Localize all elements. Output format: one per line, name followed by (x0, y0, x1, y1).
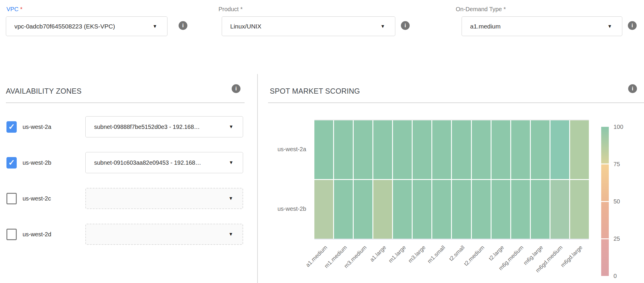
check-icon: ✓ (8, 159, 15, 167)
colorbar-tick: 100 (614, 124, 623, 130)
az-row: us-west-2c▼ (0, 188, 257, 209)
heatmap-cell[interactable] (531, 120, 550, 179)
colorbar-segment (601, 239, 609, 276)
colorbar-tick: 75 (614, 161, 620, 168)
zone-label: us-west-2c (23, 188, 51, 209)
heatmap-cell[interactable] (314, 120, 333, 179)
chevron-down-icon: ▼ (607, 24, 612, 29)
availability-zones-title: AVAILABILITY ZONES (6, 87, 82, 95)
heatmap-row-label: us-west-2b (259, 205, 306, 212)
colorbar-segment (601, 164, 609, 201)
chevron-down-icon: ▼ (152, 24, 157, 29)
heatmap-x-label: m3.large (407, 244, 427, 264)
on-demand-type-label: On-Demand Type * (456, 6, 506, 13)
heatmap-cell[interactable] (373, 180, 392, 239)
product-select[interactable]: Linux/UNIX ▼ (222, 16, 395, 36)
on-demand-type-select[interactable]: a1.medium ▼ (462, 16, 622, 36)
heatmap-cell[interactable] (334, 180, 353, 239)
heatmap-cell[interactable] (393, 180, 412, 239)
colorbar-segment (601, 127, 609, 164)
az-row: ✓us-west-2asubnet-09888f7be5152d0e3 - 19… (0, 116, 257, 137)
vpc-label: VPC * (6, 6, 22, 13)
availability-zones-divider (6, 102, 245, 103)
vpc-info-icon[interactable]: i (179, 21, 187, 30)
vpc-label-text: VPC (6, 6, 18, 12)
heatmap-cell[interactable] (432, 180, 451, 239)
zone-checkbox-us-west-2a[interactable]: ✓ (6, 121, 17, 133)
on-demand-type-label-text: On-Demand Type (456, 6, 502, 12)
heatmap-cell[interactable] (432, 120, 451, 179)
heatmap-cell[interactable] (413, 180, 431, 239)
heatmap-cell[interactable] (472, 180, 491, 239)
heatmap-cell[interactable] (472, 120, 491, 179)
product-select-value: Linux/UNIX (230, 23, 261, 30)
spot-market-scoring-info-icon[interactable]: i (628, 84, 637, 93)
heatmap-cell[interactable] (373, 120, 392, 179)
colorbar-tick: 50 (614, 198, 620, 205)
heatmap-cell[interactable] (354, 180, 372, 239)
heatmap-cell[interactable] (492, 180, 510, 239)
chevron-down-icon: ▼ (380, 24, 385, 29)
colorbar-segment (601, 202, 609, 239)
zone-checkbox-us-west-2d[interactable] (6, 229, 17, 240)
heatmap-x-label: m1.small (426, 244, 446, 265)
heatmap-cell[interactable] (452, 180, 471, 239)
heatmap-cell[interactable] (452, 120, 471, 179)
heatmap-cell[interactable] (492, 120, 510, 179)
zone-label: us-west-2d (23, 224, 51, 245)
heatmap-x-label: m1.large (387, 244, 407, 264)
subnet-select-value: subnet-091c603aa82e09453 - 192.168… (94, 159, 201, 166)
product-label-text: Product (218, 6, 239, 12)
zone-label: us-west-2b (23, 152, 51, 173)
subnet-select-us-west-2d[interactable]: ▼ (85, 224, 243, 245)
heatmap-colorbar (601, 127, 609, 276)
subnet-select-us-west-2c[interactable]: ▼ (85, 188, 243, 209)
subnet-select-value: subnet-09888f7be5152d0e3 - 192.168… (94, 124, 200, 130)
heatmap-x-label: t2.small (448, 244, 466, 262)
heatmap-cell[interactable] (314, 180, 333, 239)
heatmap-cell[interactable] (531, 180, 550, 239)
heatmap (314, 119, 589, 240)
on-demand-type-required-asterisk: * (504, 6, 506, 12)
subnet-select-us-west-2a[interactable]: subnet-09888f7be5152d0e3 - 192.168…▼ (85, 116, 243, 137)
heatmap-cell[interactable] (511, 120, 530, 179)
on-demand-type-info-icon[interactable]: i (628, 21, 637, 30)
zone-checkbox-us-west-2c[interactable] (6, 193, 17, 204)
chevron-down-icon: ▼ (228, 232, 233, 237)
heatmap-row-label: us-west-2a (259, 146, 306, 153)
zone-checkbox-us-west-2b[interactable]: ✓ (6, 157, 17, 169)
panel-separator (257, 74, 258, 283)
heatmap-x-label: a1.large (369, 244, 387, 263)
heatmap-cell[interactable] (334, 120, 353, 179)
colorbar-tick: 0 (614, 273, 617, 279)
on-demand-type-select-value: a1.medium (470, 23, 501, 30)
spot-market-scoring-divider (268, 102, 644, 103)
product-required-asterisk: * (240, 6, 243, 12)
chevron-down-icon: ▼ (229, 160, 233, 165)
vpc-required-asterisk: * (20, 6, 23, 12)
heatmap-cell[interactable] (550, 180, 569, 239)
spot-market-scoring-title: SPOT MARKET SCORING (270, 87, 360, 95)
zone-label: us-west-2a (23, 116, 51, 137)
heatmap-cell[interactable] (511, 180, 530, 239)
vpc-select-value: vpc-0adcb70f645508223 (EKS-VPC) (14, 23, 115, 30)
heatmap-cell[interactable] (413, 120, 431, 179)
subnet-select-us-west-2b[interactable]: subnet-091c603aa82e09453 - 192.168…▼ (85, 152, 243, 173)
availability-zones-info-icon[interactable]: i (232, 84, 240, 93)
vpc-select[interactable]: vpc-0adcb70f645508223 (EKS-VPC) ▼ (6, 16, 167, 36)
heatmap-cell[interactable] (570, 180, 589, 239)
heatmap-cell[interactable] (354, 120, 372, 179)
heatmap-cell[interactable] (550, 120, 569, 179)
chevron-down-icon: ▼ (229, 124, 233, 129)
az-row: ✓us-west-2bsubnet-091c603aa82e09453 - 19… (0, 152, 257, 173)
chevron-down-icon: ▼ (228, 196, 233, 201)
heatmap-cell[interactable] (570, 120, 589, 179)
heatmap-grid (314, 120, 589, 239)
heatmap-x-label: t2.medium (463, 244, 486, 267)
colorbar-tick: 25 (614, 235, 620, 242)
az-row: us-west-2d▼ (0, 224, 257, 245)
heatmap-x-label: t2.large (487, 244, 505, 262)
heatmap-cell[interactable] (393, 120, 412, 179)
product-info-icon[interactable]: i (401, 21, 410, 30)
check-icon: ✓ (8, 123, 15, 131)
